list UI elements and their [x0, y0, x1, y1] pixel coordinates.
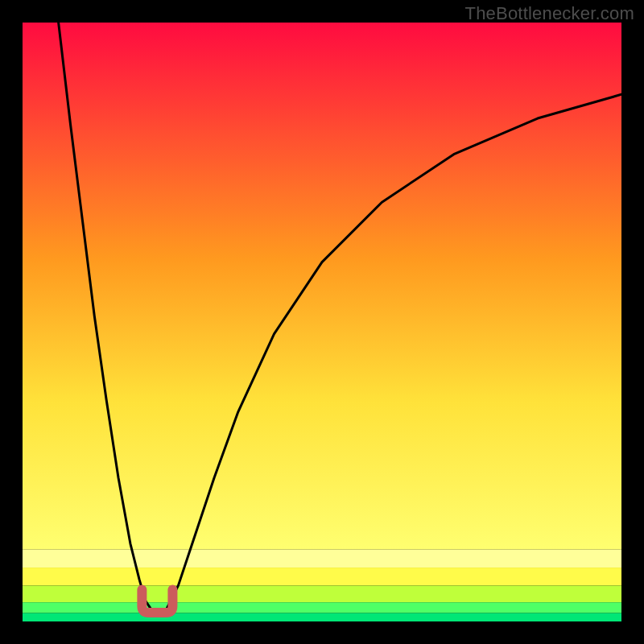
svg-rect-5: [23, 613, 621, 621]
svg-rect-3: [23, 585, 621, 602]
chart-plot-area: [23, 23, 621, 621]
background-bands: [23, 23, 621, 621]
svg-rect-4: [23, 602, 621, 613]
svg-rect-0: [23, 23, 621, 550]
svg-rect-2: [23, 568, 621, 585]
outer-frame: TheBottlenecker.com: [0, 0, 644, 644]
svg-rect-1: [23, 550, 621, 568]
watermark-label: TheBottlenecker.com: [465, 3, 634, 24]
bottleneck-chart: [23, 23, 621, 621]
